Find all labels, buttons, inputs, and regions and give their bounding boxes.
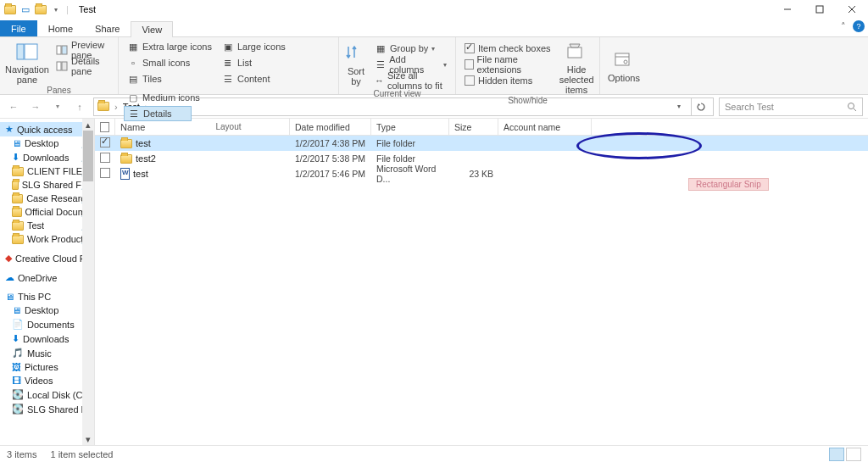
column-headers: Name Date modified Type Size Account nam… xyxy=(95,119,868,136)
nav-item[interactable]: 🖥Desktop📌 xyxy=(0,136,94,150)
column-modified[interactable]: Date modified xyxy=(290,119,371,135)
tab-share[interactable]: Share xyxy=(84,20,131,36)
file-extensions-toggle[interactable]: File name extensions xyxy=(461,57,555,72)
size-columns-button[interactable]: ↔Size all columns to fit xyxy=(371,73,450,88)
svg-rect-1 xyxy=(816,6,823,13)
column-type[interactable]: Type xyxy=(371,119,449,135)
file-row[interactable]: test2 1/2/2017 5:38 PM File folder xyxy=(95,151,868,166)
details-pane-button[interactable]: Details pane xyxy=(53,58,113,74)
column-name[interactable]: Name xyxy=(115,119,290,135)
word-doc-icon xyxy=(120,168,130,180)
file-type: File folder xyxy=(371,153,449,164)
layout-extralarge[interactable]: ▦Extra large icons xyxy=(124,39,215,54)
view-details-button[interactable] xyxy=(829,448,844,461)
layout-small[interactable]: ▫Small icons xyxy=(124,55,215,70)
layout-tiles[interactable]: ▤Tiles xyxy=(124,71,215,86)
column-size[interactable]: Size xyxy=(449,119,498,135)
address-dropdown-icon[interactable]: ▾ xyxy=(670,98,687,115)
file-type: Microsoft Word D... xyxy=(371,164,449,184)
svg-point-14 xyxy=(849,103,854,109)
nav-item[interactable]: ⬇Downloads xyxy=(0,331,94,346)
folder-icon xyxy=(97,102,109,111)
file-name: test xyxy=(136,138,151,148)
nav-scrollbar[interactable]: ▴ ▾ xyxy=(82,119,94,445)
layout-large[interactable]: ▣Large icons xyxy=(219,39,289,54)
svg-rect-4 xyxy=(17,44,24,59)
checkbox-column[interactable] xyxy=(95,119,115,135)
navigation-pane-button[interactable]: Navigation pane xyxy=(5,39,49,85)
tab-file[interactable]: File xyxy=(0,20,37,36)
svg-rect-8 xyxy=(57,62,61,70)
file-modified: 1/2/2017 5:38 PM xyxy=(290,153,371,164)
nav-item[interactable]: Official Docume📌 xyxy=(0,205,94,219)
svg-rect-5 xyxy=(25,44,37,59)
ribbon-tabs: File Home Share View ˄ ? xyxy=(0,19,868,37)
file-name: test2 xyxy=(136,153,156,164)
up-button[interactable]: ↑ xyxy=(71,98,88,115)
help-icon[interactable]: ? xyxy=(853,20,865,32)
back-button[interactable]: ← xyxy=(5,98,22,115)
nav-item[interactable]: 💽Local Disk (C:) xyxy=(0,387,94,402)
status-item-count: 3 items xyxy=(7,449,36,459)
properties-icon[interactable]: ▭ xyxy=(19,3,32,16)
refresh-button[interactable] xyxy=(691,97,709,116)
nav-creative-cloud[interactable]: ◆Creative Cloud Fil xyxy=(0,251,94,265)
sort-by-button[interactable]: Sort by xyxy=(344,39,368,88)
folder-icon xyxy=(120,139,132,148)
row-checkbox[interactable] xyxy=(100,137,110,148)
nav-item[interactable]: Case Research📌 xyxy=(0,192,94,205)
nav-quick-access[interactable]: ★Quick access xyxy=(0,122,94,136)
nav-this-pc[interactable]: 🖥This PC xyxy=(0,290,94,303)
nav-item[interactable]: SLG Shared F…📌 xyxy=(0,178,94,192)
nav-item[interactable]: 🖼Pictures xyxy=(0,360,94,374)
folder-icon xyxy=(3,3,17,16)
nav-item[interactable]: 📄Documents xyxy=(0,317,94,331)
hide-selected-button[interactable]: Hide selected items xyxy=(559,39,594,95)
group-showhide-label: Show/hide xyxy=(461,95,594,106)
layout-medium[interactable]: ▢Medium icons xyxy=(124,90,203,105)
navigation-pane: ★Quick access 🖥Desktop📌⬇Downloads📌CLIENT… xyxy=(0,119,95,445)
row-checkbox[interactable] xyxy=(100,153,110,163)
nav-item[interactable]: 💽SLG Shared Fold xyxy=(0,402,94,416)
ribbon: Navigation pane Preview pane Details pan… xyxy=(0,37,868,95)
minimize-button[interactable] xyxy=(771,0,804,19)
svg-line-15 xyxy=(854,109,856,111)
search-input[interactable]: Search Test xyxy=(719,97,863,116)
nav-item[interactable]: CLIENT FILES📌 xyxy=(0,164,94,178)
nav-item[interactable]: 🎞Videos xyxy=(0,374,94,387)
view-thumbnails-button[interactable] xyxy=(846,448,861,461)
scroll-up-icon[interactable]: ▴ xyxy=(82,119,94,131)
recent-locations-button[interactable]: ▾ xyxy=(49,98,66,115)
annotation-snip-label: Rectangular Snip xyxy=(688,178,769,191)
status-bar: 3 items 1 item selected xyxy=(0,445,868,462)
nav-item[interactable]: 🖥Desktop xyxy=(0,303,94,317)
title-bar: ▭ ▾ | Test xyxy=(0,0,868,19)
svg-rect-10 xyxy=(568,47,581,58)
options-button[interactable]: Options xyxy=(605,39,643,92)
new-folder-icon[interactable] xyxy=(34,3,47,16)
layout-content[interactable]: ☰Content xyxy=(219,71,289,86)
nav-item[interactable]: Test📌 xyxy=(0,219,94,232)
row-checkbox[interactable] xyxy=(100,168,110,178)
qat-dropdown-icon[interactable]: ▾ xyxy=(49,3,63,16)
forward-button[interactable]: → xyxy=(27,98,44,115)
scroll-thumb[interactable] xyxy=(83,131,93,181)
file-row[interactable]: test 1/2/2017 4:38 PM File folder xyxy=(95,136,868,151)
close-button[interactable] xyxy=(836,0,868,19)
nav-onedrive[interactable]: ☁OneDrive xyxy=(0,270,94,285)
scroll-down-icon[interactable]: ▾ xyxy=(82,433,94,445)
ribbon-collapse-icon[interactable]: ˄ xyxy=(841,21,846,32)
tab-view[interactable]: View xyxy=(131,21,173,37)
tab-home[interactable]: Home xyxy=(37,20,84,36)
nav-item[interactable]: ⬇Downloads📌 xyxy=(0,150,94,164)
file-modified: 1/2/2017 4:38 PM xyxy=(290,138,371,148)
maximize-button[interactable] xyxy=(804,0,836,19)
file-type: File folder xyxy=(371,138,449,148)
layout-list[interactable]: ≣List xyxy=(219,55,289,70)
nav-item[interactable]: 🎵Music xyxy=(0,346,94,360)
chevron-right-icon[interactable]: › xyxy=(113,102,120,112)
hidden-items-toggle[interactable]: Hidden items xyxy=(461,73,555,88)
column-account[interactable]: Account name xyxy=(498,119,592,135)
svg-rect-6 xyxy=(57,46,61,54)
nav-item[interactable]: Work Product📌 xyxy=(0,232,94,246)
